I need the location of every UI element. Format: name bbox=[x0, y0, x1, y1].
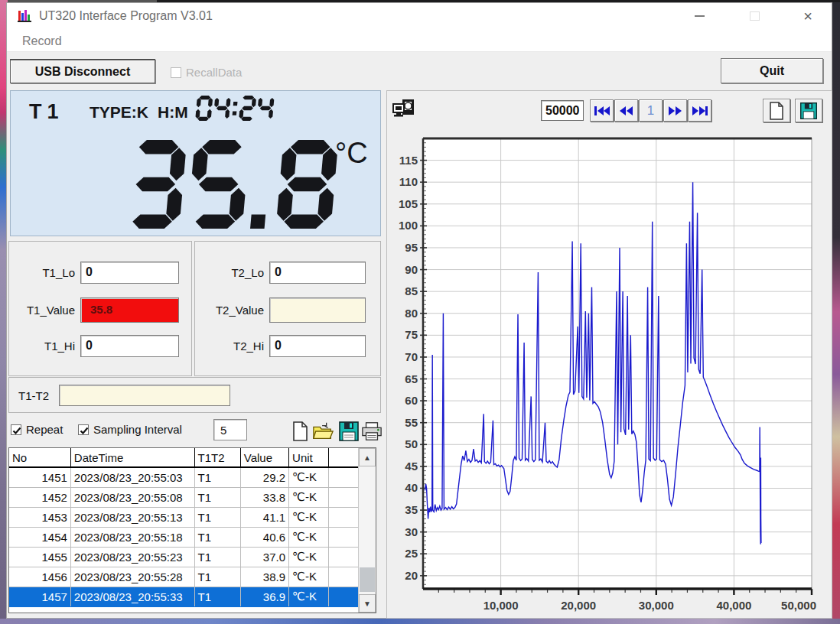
quit-button[interactable]: Quit bbox=[721, 58, 823, 83]
save-icon[interactable] bbox=[338, 421, 360, 442]
table-cell bbox=[329, 487, 359, 507]
open-folder-icon[interactable] bbox=[312, 421, 334, 442]
temperature-chart: 2025303540455055606570758085909510010511… bbox=[395, 126, 828, 616]
table-cell bbox=[329, 527, 359, 547]
t2-hi-input[interactable]: 0 bbox=[269, 335, 366, 357]
minimize-button[interactable] bbox=[688, 8, 711, 24]
table-row[interactable]: 14522023/08/23_20:55:08T133.8℃-K bbox=[9, 487, 359, 507]
t2-hi-label: T2_Hi bbox=[209, 340, 264, 353]
table-cell: ℃-K bbox=[289, 587, 329, 606]
table-row[interactable]: 14552023/08/23_20:55:23T137.0℃-K bbox=[9, 547, 359, 567]
recalldata-checkbox[interactable] bbox=[171, 67, 181, 78]
previous-page-button[interactable] bbox=[614, 99, 638, 122]
table-cell: 37.0 bbox=[240, 547, 288, 567]
table-cell: 41.1 bbox=[240, 507, 288, 527]
svg-text:60: 60 bbox=[405, 394, 418, 407]
first-page-button[interactable] bbox=[590, 99, 614, 122]
svg-text:80: 80 bbox=[405, 307, 418, 320]
page-number-indicator: 1 bbox=[639, 99, 663, 122]
lcd-display: T1 TYPE:K H:M °C bbox=[10, 90, 381, 236]
recalldata-checkbox-row[interactable]: RecallData bbox=[171, 66, 242, 79]
sampling-interval-checkbox[interactable] bbox=[78, 424, 89, 435]
column-header-t1t2[interactable]: T1T2 bbox=[194, 448, 240, 467]
lcd-channel-label: T1 bbox=[29, 100, 64, 124]
table-cell: 1457 bbox=[9, 587, 70, 606]
scrollbar-thumb[interactable] bbox=[360, 567, 375, 592]
maximize-button[interactable] bbox=[743, 8, 766, 24]
table-header-row: No DateTime T1T2 Value Unit bbox=[9, 448, 359, 467]
last-page-button[interactable] bbox=[688, 99, 711, 122]
table-cell: T1 bbox=[194, 587, 240, 606]
table-cell bbox=[329, 547, 359, 567]
table-cell bbox=[329, 567, 359, 587]
column-header-unit[interactable]: Unit bbox=[289, 448, 329, 467]
svg-text:50: 50 bbox=[405, 437, 418, 450]
last-page-icon bbox=[692, 105, 708, 117]
table-row[interactable]: 14572023/08/23_20:55:33T136.9℃-K bbox=[9, 587, 359, 606]
table-cell bbox=[329, 507, 359, 527]
menubar: Record bbox=[7, 29, 832, 52]
table-cell bbox=[329, 467, 359, 487]
svg-text:65: 65 bbox=[405, 372, 418, 385]
table-row[interactable]: 14542023/08/23_20:55:18T140.6℃-K bbox=[9, 527, 359, 547]
repeat-checkbox[interactable] bbox=[11, 424, 21, 435]
app-window: UT320 Interface Program V3.01 × Record U… bbox=[6, 2, 832, 619]
svg-text:55: 55 bbox=[405, 416, 418, 429]
svg-text:30,000: 30,000 bbox=[639, 599, 674, 612]
table-cell: ℃-K bbox=[289, 547, 329, 567]
window-title: UT320 Interface Program V3.01 bbox=[39, 9, 213, 23]
table-cell: T1 bbox=[194, 467, 240, 487]
sampling-interval-input[interactable]: 5 bbox=[213, 419, 247, 440]
svg-text:45: 45 bbox=[405, 460, 418, 473]
table-cell: 1454 bbox=[9, 527, 70, 547]
t1-lo-input[interactable]: 0 bbox=[80, 262, 179, 284]
chart-save-button[interactable] bbox=[795, 99, 822, 122]
data-log-table: No DateTime T1T2 Value Unit 14512023/08/… bbox=[8, 447, 376, 613]
samples-count-input[interactable]: 50000 bbox=[541, 100, 584, 121]
table-cell: 2023/08/23_20:55:33 bbox=[70, 587, 194, 606]
table-cell: T1 bbox=[194, 507, 240, 527]
new-file-icon[interactable] bbox=[289, 421, 311, 442]
table-scrollbar[interactable]: ▲ ▼ bbox=[358, 448, 376, 613]
t1-lo-label: T1_Lo bbox=[20, 266, 75, 279]
chart-new-file-icon bbox=[769, 102, 784, 120]
t2-lo-input[interactable]: 0 bbox=[269, 262, 366, 284]
column-header-datetime[interactable]: DateTime bbox=[70, 448, 194, 467]
chart-new-button[interactable] bbox=[763, 99, 790, 122]
svg-text:85: 85 bbox=[405, 284, 418, 297]
close-button[interactable]: × bbox=[796, 8, 819, 24]
scrollbar-up-arrow-icon[interactable]: ▲ bbox=[359, 448, 376, 466]
device-connection-icon[interactable] bbox=[392, 99, 418, 122]
print-icon[interactable] bbox=[361, 421, 383, 442]
table-row[interactable]: 14512023/08/23_20:55:03T129.2℃-K bbox=[9, 467, 359, 487]
chart-panel: 50000 1 bbox=[386, 90, 832, 619]
usb-disconnect-button[interactable]: USB Disconnect bbox=[10, 59, 155, 83]
column-header-value[interactable]: Value bbox=[240, 448, 288, 467]
t1-hi-input[interactable]: 0 bbox=[80, 335, 179, 357]
svg-text:20: 20 bbox=[405, 569, 418, 582]
menu-record[interactable]: Record bbox=[18, 33, 67, 50]
svg-text:10,000: 10,000 bbox=[483, 599, 519, 612]
svg-text:25: 25 bbox=[405, 547, 418, 560]
svg-text:35: 35 bbox=[405, 503, 418, 516]
next-page-button[interactable] bbox=[663, 99, 687, 122]
desktop-wallpaper-bottom bbox=[0, 619, 840, 624]
lcd-time-display bbox=[195, 96, 278, 124]
column-header-no[interactable]: No bbox=[9, 448, 70, 467]
titlebar: UT320 Interface Program V3.01 × bbox=[7, 3, 832, 29]
t1-t2-diff-group: T1-T2 bbox=[8, 377, 381, 413]
sampling-interval-checkbox-row[interactable]: Sampling Interval bbox=[78, 423, 182, 436]
t1-hi-label: T1_Hi bbox=[20, 340, 75, 353]
table-cell: T1 bbox=[194, 547, 240, 567]
table-cell bbox=[329, 587, 359, 606]
table-row[interactable]: 14532023/08/23_20:55:13T141.1℃-K bbox=[9, 507, 359, 527]
table-cell: T1 bbox=[194, 567, 240, 587]
repeat-checkbox-row[interactable]: Repeat bbox=[11, 423, 63, 436]
table-cell: 2023/08/23_20:55:23 bbox=[70, 547, 194, 567]
table-row[interactable]: 14562023/08/23_20:55:28T138.9℃-K bbox=[9, 567, 359, 587]
table-cell: 38.9 bbox=[240, 567, 288, 587]
lcd-unit-label: °C bbox=[335, 137, 368, 170]
lcd-type-label: TYPE:K bbox=[90, 103, 148, 122]
table-cell: ℃-K bbox=[289, 487, 329, 507]
scrollbar-down-arrow-icon[interactable]: ▼ bbox=[359, 594, 376, 613]
